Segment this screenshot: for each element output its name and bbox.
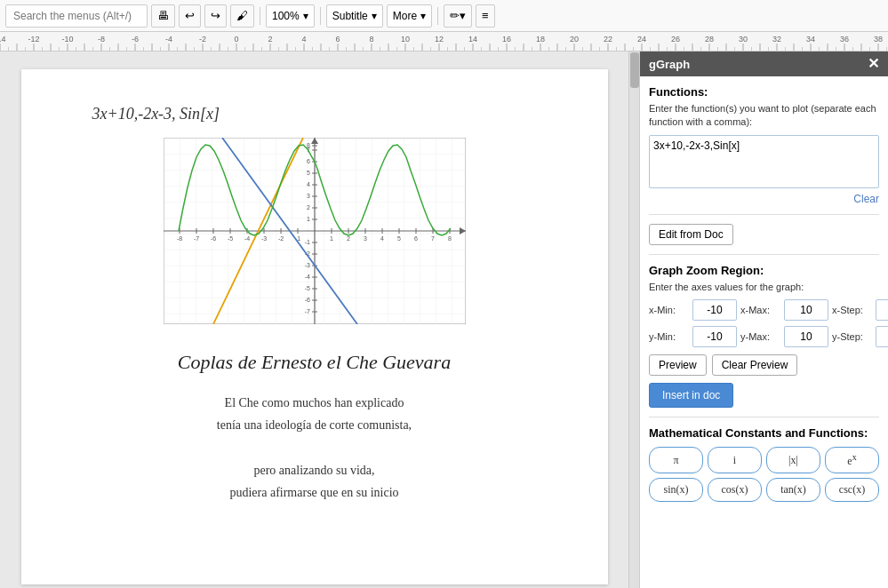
document-page: 3x+10,-2x-3, Sin[x] [21,69,608,584]
functions-desc: Enter the function(s) you want to plot (… [649,102,879,130]
xmax-input[interactable] [784,299,828,321]
print-button[interactable]: 🖶 [151,4,175,28]
chevron-down-icon-3: ▾ [420,10,426,22]
ystep-label: y-Step: [832,331,872,342]
math-btn-sin[interactable]: sin(x) [649,478,703,502]
math-btn-pi[interactable]: π [649,447,703,473]
ggraph-panel: gGraph ✕ Functions: Enter the function(s… [639,52,888,588]
paint-button[interactable]: 🖌 [230,4,254,28]
svg-text:2: 2 [347,235,350,242]
graph-zoom-desc: Enter the axes values for the graph: [649,281,879,294]
ruler [0,32,888,52]
insert-in-doc-button[interactable]: Insert in doc [649,383,733,408]
more-options-button[interactable]: ≡ [476,4,495,28]
subtitle-label: Subtitle [332,10,368,22]
main-layout: 3x+10,-2x-3, Sin[x] [0,52,888,588]
svg-text:2: 2 [307,204,310,211]
scrollbar-thumb[interactable] [630,52,639,88]
clear-preview-button[interactable]: Clear Preview [712,354,798,376]
svg-text:5: 5 [397,235,401,242]
svg-text:7: 7 [431,235,435,242]
toolbar: 🖶 ↩ ↪ 🖌 100% ▾ Subtitle ▾ More ▾ ✏ ▾ ≡ [0,0,888,32]
svg-text:6: 6 [307,158,310,164]
x-zoom-row: x-Min: x-Max: x-Step: [649,299,879,321]
svg-text:8: 8 [448,235,452,242]
math-btn-csc[interactable]: csc(x) [825,478,879,502]
ggraph-close-button[interactable]: ✕ [868,57,879,71]
svg-text:-7: -7 [304,308,309,314]
functions-input[interactable]: 3x+10,-2x-3,Sin[x] [649,135,879,188]
graph-container: -4 -3 -2 -1 1 2 3 4 [164,138,466,324]
math-btn-abs[interactable]: |x| [766,447,820,473]
divider-2 [649,254,879,255]
graph-zoom-label: Graph Zoom Region: [649,264,879,277]
ruler-canvas [0,32,888,51]
svg-text:-8: -8 [176,235,181,242]
svg-text:1: 1 [307,216,310,222]
xstep-label: x-Step: [832,305,872,315]
chevron-down-icon: ▾ [303,10,308,22]
svg-text:-2: -2 [277,235,283,242]
svg-text:3: 3 [364,235,367,242]
ggraph-header: gGraph ✕ [640,52,888,76]
more-selector[interactable]: More ▾ [387,4,432,28]
separator-2 [320,7,321,25]
xstep-input[interactable] [876,299,888,321]
math-btn-exp[interactable]: ex [825,447,879,473]
body-line-3: pero analizando su vida, [92,459,537,481]
math-constants-label: Mathematical Constants and Functions: [649,426,879,440]
svg-text:-4: -4 [244,235,249,242]
more-options-icon: ≡ [482,9,489,22]
xmin-input[interactable] [692,299,737,321]
body-line-2: tenía una ideología de corte comunista, [92,414,537,436]
print-icon: 🖶 [157,9,169,22]
search-input[interactable] [5,4,148,28]
undo-button[interactable]: ↩ [179,4,201,28]
ymin-label: y-Min: [649,331,689,342]
svg-text:-5: -5 [304,285,309,291]
preview-button[interactable]: Preview [649,354,707,376]
ggraph-body: Functions: Enter the function(s) you wan… [640,76,888,588]
graph-svg: -4 -3 -2 -1 1 2 3 4 [164,138,466,324]
separator-3 [437,7,438,25]
math-buttons-grid: π i |x| ex sin(x) cos(x) tan(x) csc(x) [649,447,879,502]
svg-text:-6: -6 [304,297,309,303]
math-btn-cos[interactable]: cos(x) [708,478,762,502]
math-btn-tan[interactable]: tan(x) [766,478,820,502]
svg-text:8: 8 [307,142,310,148]
math-btn-i[interactable]: i [708,447,762,473]
document-title: Coplas de Ernesto el Che Guevara [92,351,537,374]
svg-text:5: 5 [307,170,310,176]
edit-from-doc-button[interactable]: Edit from Doc [649,224,733,245]
svg-text:-1: -1 [304,239,309,245]
ymax-input[interactable] [784,326,828,347]
ymin-input[interactable] [692,326,737,347]
divider-3 [649,417,879,417]
pen-button[interactable]: ✏ ▾ [444,4,472,28]
subtitle-selector[interactable]: Subtitle ▾ [326,4,383,28]
svg-text:-3: -3 [260,235,266,242]
paint-icon: 🖌 [236,9,248,22]
svg-text:4: 4 [380,235,384,242]
redo-icon: ↪ [211,9,220,22]
functions-label: Functions: [649,85,879,99]
zoom-selector[interactable]: 100% ▾ [266,4,315,28]
svg-text:4: 4 [307,181,310,187]
scrollbar[interactable] [628,52,639,588]
body-line-4: pudiera afirmarse que en su inicio [92,481,537,504]
preview-btn-row: Preview Clear Preview [649,354,879,376]
xmin-label: x-Min: [649,305,689,315]
formula-text: 3x+10,-2x-3, Sin[x] [92,105,537,123]
clear-link[interactable]: Clear [649,193,879,205]
document-body: El Che como muchos han explicado tenía u… [92,392,537,504]
redo-button[interactable]: ↪ [204,4,227,28]
body-line-1: El Che como muchos han explicado [92,392,537,414]
chevron-down-icon-2: ▾ [372,10,377,22]
svg-text:-7: -7 [193,235,198,242]
ystep-input[interactable] [876,326,888,347]
svg-text:6: 6 [414,235,418,242]
svg-text:-3: -3 [304,262,309,268]
y-zoom-row: y-Min: y-Max: y-Step: [649,326,879,347]
undo-icon: ↩ [185,9,195,22]
more-label: More [393,10,417,22]
